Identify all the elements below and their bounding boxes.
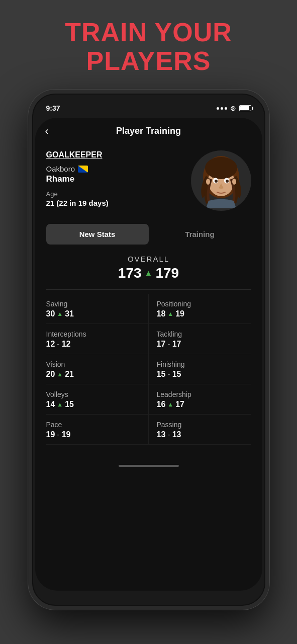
stat-dash: -: [167, 340, 170, 349]
player-age-value: 21 (22 in 19 days): [46, 199, 191, 207]
stat-new-value: 15: [65, 400, 74, 409]
avatar-svg: [193, 153, 249, 208]
stat-values: 12 - 12: [46, 340, 140, 349]
stat-label: Leadership: [157, 390, 251, 398]
avatar: [191, 150, 251, 211]
stat-label: Passing: [157, 421, 251, 429]
svg-point-8: [232, 179, 236, 185]
svg-point-5: [215, 180, 218, 183]
stat-new-value: 17: [172, 340, 181, 349]
stat-arrow-icon: ▲: [167, 310, 173, 317]
hero-title-line2: PLAYERS: [86, 46, 211, 75]
stat-dash: -: [57, 340, 59, 349]
stat-values: 30 ▲ 31: [46, 309, 140, 318]
stat-values: 15 - 15: [157, 370, 251, 379]
stat-new-value: 17: [175, 400, 184, 409]
stat-values: 16 ▲ 17: [157, 400, 251, 409]
player-details: GOALKEEPER Oakboro Rhame Age 21 (22 in 1…: [46, 150, 191, 207]
stat-values: 18 ▲ 19: [157, 309, 251, 318]
tabs-container: New Stats Training: [46, 224, 251, 245]
stat-old-value: 20: [46, 370, 55, 379]
stat-arrow-icon: ▲: [57, 401, 63, 408]
stat-old-value: 16: [157, 400, 166, 409]
stat-item: Pace 19 - 19: [46, 415, 149, 445]
hero-title-line1: TRAIN YOUR: [65, 18, 232, 47]
stat-label: Vision: [46, 360, 140, 368]
home-indicator: [119, 465, 179, 467]
status-bar: 9:37 ⊗: [32, 94, 265, 116]
nav-header: ‹ Player Training: [35, 118, 262, 142]
stat-new-value: 13: [172, 430, 181, 439]
stat-values: 13 - 13: [157, 430, 251, 439]
player-name: Rhame: [46, 174, 191, 184]
stat-label: Tackling: [157, 330, 251, 338]
stat-values: 19 - 19: [46, 430, 140, 439]
stat-arrow-icon: ▲: [57, 371, 63, 378]
stat-item: Passing 13 - 13: [149, 415, 251, 445]
overall-value: 173 ▲ 179: [46, 265, 251, 281]
overall-new: 179: [155, 265, 179, 281]
hero-title: TRAIN YOUR PLAYERS: [65, 18, 232, 75]
phone-frame: 9:37 ⊗ ‹ Player Training GOALKEEPER: [28, 90, 269, 610]
stat-item: Tackling 17 - 17: [149, 324, 251, 354]
nav-title: Player Training: [116, 126, 181, 136]
stat-item: Vision 20 ▲ 21: [46, 354, 149, 384]
stat-old-value: 19: [46, 430, 55, 439]
stat-values: 20 ▲ 21: [46, 370, 140, 379]
stats-grid: Saving 30 ▲ 31 Positioning 18 ▲ 19 Inter…: [35, 294, 262, 445]
stat-old-value: 18: [157, 309, 166, 318]
stat-item: Leadership 16 ▲ 17: [149, 384, 251, 415]
overall-section: OVERALL 173 ▲ 179: [35, 247, 262, 285]
stat-new-value: 31: [65, 309, 74, 318]
back-button[interactable]: ‹: [45, 125, 49, 138]
overall-old: 173: [118, 265, 142, 281]
status-icons: ⊗: [217, 104, 251, 112]
tab-training[interactable]: Training: [149, 224, 251, 245]
player-position: GOALKEEPER: [46, 150, 191, 159]
stat-label: Finishing: [157, 360, 251, 368]
battery-icon: [239, 105, 251, 111]
stat-dash: -: [167, 430, 170, 439]
signal-icon: [217, 107, 227, 110]
stat-new-value: 12: [62, 340, 71, 349]
stat-label: Pace: [46, 421, 140, 429]
status-time: 9:37: [46, 104, 60, 112]
stat-label: Volleys: [46, 390, 140, 398]
flag-icon: [78, 166, 88, 173]
player-age-label: Age: [46, 190, 191, 198]
player-info: GOALKEEPER Oakboro Rhame Age 21 (22 in 1…: [35, 142, 262, 217]
stat-new-value: 19: [62, 430, 71, 439]
stat-dash: -: [167, 370, 170, 379]
stat-item: Interceptions 12 - 12: [46, 324, 149, 354]
stat-old-value: 30: [46, 309, 55, 318]
stat-dash: -: [57, 430, 59, 439]
stat-values: 14 ▲ 15: [46, 400, 140, 409]
svg-point-2: [205, 157, 237, 179]
stat-old-value: 17: [157, 340, 166, 349]
stat-old-value: 13: [157, 430, 166, 439]
stat-item: Volleys 14 ▲ 15: [46, 384, 149, 415]
stat-label: Positioning: [157, 300, 251, 308]
stat-item: Saving 30 ▲ 31: [46, 294, 149, 324]
stat-label: Saving: [46, 300, 140, 308]
stat-label: Interceptions: [46, 330, 140, 338]
svg-point-6: [226, 180, 229, 183]
stat-new-value: 15: [172, 370, 181, 379]
stat-values: 17 - 17: [157, 340, 251, 349]
divider: [46, 289, 251, 290]
svg-point-7: [206, 179, 210, 185]
stat-old-value: 15: [157, 370, 166, 379]
overall-arrow-icon: ▲: [145, 269, 153, 278]
player-team: Oakboro: [46, 165, 191, 173]
stat-old-value: 14: [46, 400, 55, 409]
overall-label: OVERALL: [46, 255, 251, 263]
stat-arrow-icon: ▲: [167, 401, 173, 408]
stat-new-value: 21: [65, 370, 74, 379]
stat-new-value: 19: [175, 309, 184, 318]
stat-item: Positioning 18 ▲ 19: [149, 294, 251, 324]
stat-arrow-icon: ▲: [57, 310, 63, 317]
wifi-icon: ⊗: [230, 104, 236, 112]
stat-old-value: 12: [46, 340, 55, 349]
stat-item: Finishing 15 - 15: [149, 354, 251, 384]
tab-new-stats[interactable]: New Stats: [46, 224, 149, 245]
